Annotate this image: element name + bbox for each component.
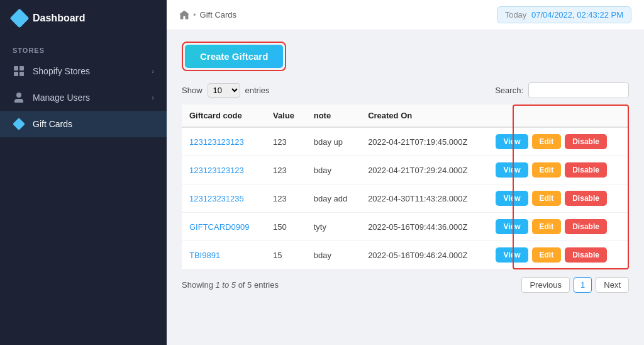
table-footer: Showing 1 to 5 of 5 entries Previous 1 N… — [182, 277, 629, 293]
cell-created-on: 2022-05-16T09:46:24.000Z — [360, 241, 488, 269]
search-input[interactable] — [528, 82, 629, 98]
cell-note: bday add — [306, 184, 360, 213]
sidebar-item-manage-users[interactable]: Manage Users › — [0, 84, 167, 111]
shopify-stores-label: Shopify Stores — [33, 66, 90, 76]
show-label: Show — [182, 86, 203, 95]
grid-icon — [13, 66, 25, 76]
cell-actions: ViewEditDisable — [488, 213, 629, 241]
disable-button[interactable]: Disable — [565, 219, 607, 234]
disable-button[interactable]: Disable — [565, 162, 607, 178]
col-actions — [488, 105, 629, 127]
edit-button[interactable]: Edit — [532, 191, 562, 206]
sidebar-item-gift-cards[interactable]: Gift Cards — [0, 111, 167, 137]
edit-button[interactable]: Edit — [532, 134, 562, 149]
cell-code: TBI9891 — [182, 241, 265, 269]
table-row: TBI989115bday2022-05-16T09:46:24.000ZVie… — [182, 241, 629, 269]
view-button[interactable]: View — [496, 247, 528, 263]
cell-value: 150 — [265, 213, 306, 241]
cell-created-on: 2022-04-30T11:43:28.000Z — [360, 184, 488, 213]
cell-value: 15 — [265, 241, 306, 269]
cell-note: bday up — [306, 127, 360, 156]
gift-cards-label: Gift Cards — [33, 119, 72, 129]
showing-range: 1 to 5 — [215, 280, 236, 290]
cell-actions: ViewEditDisable — [488, 241, 629, 269]
cell-created-on: 2022-04-21T07:29:24.000Z — [360, 156, 488, 184]
col-created-on: Created On — [360, 105, 488, 127]
search-label: Search: — [495, 86, 523, 95]
entries-select[interactable]: 10 25 50 100 — [208, 83, 240, 98]
disable-button[interactable]: Disable — [565, 247, 607, 263]
cell-code: 123123123123 — [182, 156, 265, 184]
header: • Gift Cards Today 07/04/2022, 02:43:22 … — [167, 0, 644, 30]
edit-button[interactable]: Edit — [532, 162, 562, 178]
today-label: Today — [505, 10, 527, 20]
table-row: 123123231235123bday add2022-04-30T11:43:… — [182, 184, 629, 213]
next-page-button[interactable]: Next — [596, 277, 629, 293]
sidebar-item-shopify-stores[interactable]: Shopify Stores › — [0, 58, 167, 84]
cell-created-on: 2022-04-21T07:19:45.000Z — [360, 127, 488, 156]
stores-section-label: STORES — [0, 37, 167, 58]
col-note: note — [306, 105, 360, 127]
pagination: Previous 1 Next — [521, 277, 629, 293]
page-body: Create Giftcard Show 10 25 50 100 entrie… — [167, 30, 644, 345]
cell-code: 123123123123 — [182, 127, 265, 156]
cell-code: 123123231235 — [182, 184, 265, 213]
breadcrumb-separator: • — [193, 10, 196, 20]
table-controls: Show 10 25 50 100 entries Search: — [182, 82, 629, 98]
prev-page-button[interactable]: Previous — [521, 277, 570, 293]
table-header-row: Giftcard code Value note Created On — [182, 105, 629, 127]
main-content: • Gift Cards Today 07/04/2022, 02:43:22 … — [167, 0, 644, 345]
view-button[interactable]: View — [496, 219, 528, 234]
cell-note: bday — [306, 156, 360, 184]
cell-note: tyty — [306, 213, 360, 241]
table-row: 123123123123123bday up2022-04-21T07:19:4… — [182, 127, 629, 156]
table-row: 123123123123123bday2022-04-21T07:29:24.0… — [182, 156, 629, 184]
cell-value: 123 — [265, 127, 306, 156]
col-value: Value — [265, 105, 306, 127]
search-box: Search: — [495, 82, 629, 98]
view-button[interactable]: View — [496, 191, 528, 206]
dashboard-icon — [9, 8, 29, 28]
show-entries-control: Show 10 25 50 100 entries — [182, 83, 270, 98]
create-btn-wrapper: Create Giftcard — [182, 42, 286, 71]
header-datetime: Today 07/04/2022, 02:43:22 PM — [497, 6, 631, 23]
edit-button[interactable]: Edit — [532, 219, 562, 234]
disable-button[interactable]: Disable — [565, 191, 607, 206]
chevron-right-icon: › — [152, 67, 154, 75]
cell-actions: ViewEditDisable — [488, 127, 629, 156]
home-icon — [179, 11, 189, 20]
view-button[interactable]: View — [496, 162, 528, 178]
cell-value: 123 — [265, 156, 306, 184]
create-giftcard-button[interactable]: Create Giftcard — [185, 45, 283, 68]
table-row: GIFTCARD0909150tyty2022-05-16T09:44:36.0… — [182, 213, 629, 241]
current-page: 1 — [574, 277, 592, 293]
edit-button[interactable]: Edit — [532, 247, 562, 263]
cell-value: 123 — [265, 184, 306, 213]
showing-text: Showing 1 to 5 of 5 entries — [182, 280, 279, 290]
dashboard-label: Dashboard — [33, 13, 86, 24]
diamond-icon — [13, 119, 25, 129]
datetime-value: 07/04/2022, 02:43:22 PM — [531, 10, 623, 20]
cell-note: bday — [306, 241, 360, 269]
entries-label: entries — [245, 86, 270, 95]
disable-button[interactable]: Disable — [565, 134, 607, 149]
breadcrumb: • Gift Cards — [179, 10, 236, 20]
sidebar-logo[interactable]: Dashboard — [0, 0, 167, 37]
breadcrumb-page: Gift Cards — [200, 10, 237, 20]
cell-created-on: 2022-05-16T09:44:36.000Z — [360, 213, 488, 241]
giftcards-table: Giftcard code Value note Created On 1231… — [182, 105, 629, 269]
sidebar: Dashboard STORES Shopify Stores › Manage… — [0, 0, 167, 345]
cell-actions: ViewEditDisable — [488, 184, 629, 213]
col-giftcard-code: Giftcard code — [182, 105, 265, 127]
view-button[interactable]: View — [496, 134, 528, 149]
chevron-right-icon: › — [152, 94, 154, 101]
manage-users-label: Manage Users — [33, 93, 90, 103]
person-icon — [13, 93, 25, 103]
cell-actions: ViewEditDisable — [488, 156, 629, 184]
cell-code: GIFTCARD0909 — [182, 213, 265, 241]
